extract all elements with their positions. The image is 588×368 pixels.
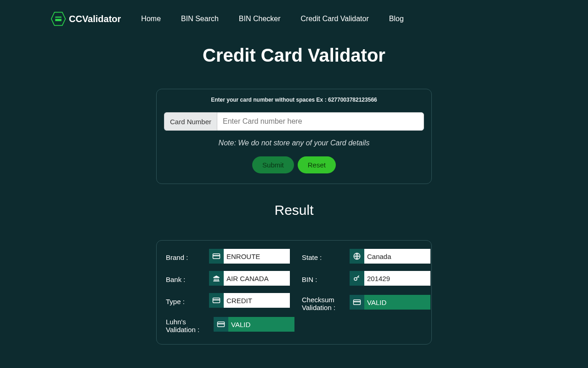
submit-button[interactable]: Submit bbox=[252, 156, 294, 173]
field-checksum: Checksum Validation : VALID bbox=[302, 293, 430, 312]
field-type: Type : CREDIT bbox=[166, 293, 294, 308]
main-nav: Home BIN Search BIN Checker Credit Card … bbox=[141, 15, 403, 23]
key-icon bbox=[350, 271, 364, 286]
value-bank: AIR CANADA bbox=[224, 271, 290, 286]
card-icon bbox=[209, 293, 224, 308]
label-checksum: Checksum Validation : bbox=[302, 293, 343, 312]
result-heading: Result bbox=[0, 202, 588, 218]
value-checksum: VALID bbox=[364, 295, 430, 310]
label-type: Type : bbox=[166, 295, 203, 305]
nav-blog[interactable]: Blog bbox=[389, 15, 404, 23]
card-number-group: Card Number bbox=[164, 112, 424, 131]
field-state: State : Canada bbox=[302, 249, 430, 264]
label-bin: BIN : bbox=[302, 273, 343, 283]
card-icon bbox=[214, 317, 228, 332]
field-brand: Brand : ENROUTE bbox=[166, 249, 294, 264]
value-brand: ENROUTE bbox=[224, 249, 290, 264]
reset-button[interactable]: Reset bbox=[298, 156, 336, 173]
label-state: State : bbox=[302, 251, 343, 261]
form-instruction: Enter your card number without spaces Ex… bbox=[164, 97, 424, 103]
brand-name: CCValidator bbox=[69, 14, 121, 24]
nav-home[interactable]: Home bbox=[141, 15, 161, 23]
validator-form-panel: Enter your card number without spaces Ex… bbox=[156, 89, 432, 184]
nav-bin-search[interactable]: BIN Search bbox=[181, 15, 219, 23]
nav-bin-checker[interactable]: BIN Checker bbox=[239, 15, 281, 23]
card-icon bbox=[209, 249, 224, 264]
label-bank: Bank : bbox=[166, 273, 203, 283]
svg-rect-6 bbox=[55, 17, 62, 19]
label-luhns: Luhn's Validation : bbox=[166, 315, 207, 334]
value-luhns: VALID bbox=[228, 317, 294, 332]
value-type: CREDIT bbox=[224, 293, 290, 308]
page-title: Credit Card Validator bbox=[0, 45, 588, 66]
bank-icon bbox=[209, 271, 224, 286]
label-brand: Brand : bbox=[166, 251, 203, 261]
value-state: Canada bbox=[364, 249, 430, 264]
brand-logo[interactable]: CCValidator bbox=[51, 11, 121, 27]
card-icon bbox=[350, 295, 364, 310]
globe-icon bbox=[350, 249, 364, 264]
card-number-prefix: Card Number bbox=[164, 112, 217, 131]
form-note: Note: We do not store any of your Card d… bbox=[164, 139, 424, 147]
field-luhns: Luhn's Validation : VALID bbox=[166, 315, 294, 334]
card-number-input[interactable] bbox=[217, 112, 424, 131]
nav-cc-validator[interactable]: Credit Card Validator bbox=[301, 15, 369, 23]
field-bin: BIN : 201429 bbox=[302, 271, 430, 286]
brand-hexagon-icon bbox=[51, 11, 66, 27]
header: CCValidator Home BIN Search BIN Checker … bbox=[0, 0, 588, 31]
field-bank: Bank : AIR CANADA bbox=[166, 271, 294, 286]
value-bin: 201429 bbox=[364, 271, 430, 286]
result-panel: Brand : ENROUTE Bank : AIR CANADA Type : bbox=[156, 240, 432, 345]
